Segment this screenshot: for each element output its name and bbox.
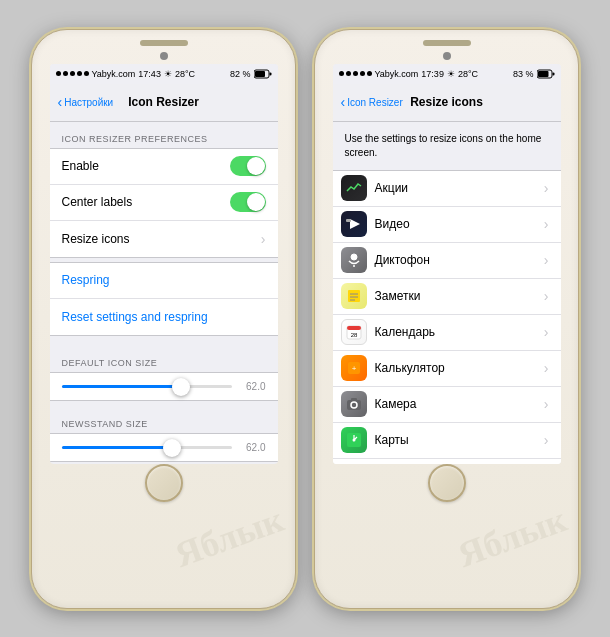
svg-marker-6 [350,219,360,229]
icon-stocks [341,175,367,201]
home-button-right[interactable] [428,464,466,502]
signal-dots-left [56,71,89,76]
newsstand-size-track[interactable] [62,446,232,449]
battery-icon-right [537,69,555,79]
list-item-video[interactable]: Видео › [333,207,561,243]
back-button-right[interactable]: ‹ Icon Resizer [341,94,403,110]
enable-label: Enable [62,159,99,173]
svg-text:+: + [351,364,356,373]
carrier-left: Yabyk.com [92,69,136,79]
chevron-stocks: › [544,180,549,196]
default-icon-size-slider-row: 62.0 [50,372,278,401]
list-item-calendar[interactable]: 28 Календарь › [333,315,561,351]
default-icon-size-thumb[interactable] [172,378,190,396]
resize-icons-row[interactable]: Resize icons › [50,221,278,257]
app-stocks-label: Акции [375,181,536,195]
links-section: Respring Reset settings and respring [50,258,278,340]
list-item-voice[interactable]: Диктофон › [333,243,561,279]
svg-rect-1 [269,72,271,75]
enable-toggle[interactable] [230,156,266,176]
chevron-notes: › [544,288,549,304]
icon-video [341,211,367,237]
newsstand-size-thumb[interactable] [163,439,181,457]
list-item-calc[interactable]: + Калькулятор › [333,351,561,387]
dot3 [70,71,75,76]
default-icon-size-track[interactable] [62,385,232,388]
time-left: 17:43 [138,69,161,79]
status-bar-left: Yabyk.com 17:43 ☀ 28°C 82 % [50,64,278,84]
carrier-right: Yabyk.com [375,69,419,79]
center-labels-label: Center labels [62,195,133,209]
nav-bar-right: ‹ Icon Resizer Resize icons [333,84,561,122]
time-right: 17:39 [421,69,444,79]
home-button-left[interactable] [145,464,183,502]
list-item-compass[interactable]: Компас › [333,459,561,464]
status-left-left: Yabyk.com 17:43 ☀ 28°C [56,69,196,79]
app-voice-label: Диктофон [375,253,536,267]
temp-left: 28°C [175,69,195,79]
list-item-notes[interactable]: Заметки › [333,279,561,315]
respring-link[interactable]: Respring [62,273,110,287]
rdot5 [367,71,372,76]
nav-bar-left: ‹ Настройки Icon Resizer [50,84,278,122]
links-group: Respring Reset settings and respring [50,262,278,336]
phone-bottom-left [145,464,183,512]
reset-link[interactable]: Reset settings and respring [62,310,208,324]
phone-top-right [315,30,578,64]
battery-left: 82 % [230,69,251,79]
icon-maps [341,427,367,453]
app-video-label: Видео [375,217,536,231]
battery-icon-left [254,69,272,79]
app-calc-label: Калькулятор [375,361,536,375]
speaker-right [423,40,471,46]
nav-title-right: Resize icons [410,95,483,109]
center-labels-toggle[interactable] [230,192,266,212]
icon-voice [341,247,367,273]
default-icon-size-header: DEFAULT ICON SIZE [50,346,278,372]
status-left-right: Yabyk.com 17:39 ☀ 28°C [339,69,479,79]
reset-row[interactable]: Reset settings and respring [50,299,278,335]
enable-row[interactable]: Enable [50,149,278,185]
dot5 [84,71,89,76]
section-header-1: ICON RESIZER PREFERENCES [50,122,278,148]
list-item-maps[interactable]: Карты › [333,423,561,459]
default-icon-size-fill [62,385,181,388]
camera-right [443,52,451,60]
watermark-right: Яблык [452,498,572,576]
chevron-back-left: ‹ [58,94,63,110]
newsstand-size-value: 62.0 [238,442,266,453]
info-text: Use the settings to resize icons on the … [333,122,561,170]
back-button-left[interactable]: ‹ Настройки [58,94,114,110]
back-label-right[interactable]: Icon Resizer [347,97,403,108]
weather-left: ☀ [164,69,172,79]
resize-icons-chevron: › [261,231,266,247]
svg-point-8 [351,254,357,260]
icon-camera [341,391,367,417]
chevron-voice: › [544,252,549,268]
enable-toggle-knob [247,157,265,175]
app-maps-label: Карты [375,433,536,447]
center-labels-toggle-knob [247,193,265,211]
respring-row[interactable]: Respring [50,263,278,299]
chevron-back-right: ‹ [341,94,346,110]
chevron-camera: › [544,396,549,412]
default-icon-size-section: DEFAULT ICON SIZE 62.0 [50,346,278,401]
rdot4 [360,71,365,76]
speaker-left [140,40,188,46]
phone-right: Yabyk.com 17:39 ☀ 28°C 83 % ‹ Icon Resiz… [314,29,579,609]
center-labels-row[interactable]: Center labels [50,185,278,221]
dot2 [63,71,68,76]
newsstand-size-header: NEWSSTAND SIZE [50,407,278,433]
svg-rect-15 [347,326,361,330]
list-item-stocks[interactable]: Акции › [333,171,561,207]
resize-icons-label: Resize icons [62,232,130,246]
app-camera-label: Камера [375,397,536,411]
list-item-camera[interactable]: Камера › [333,387,561,423]
temp-right: 28°C [458,69,478,79]
content-left: ICON RESIZER PREFERENCES Enable Center l… [50,122,278,462]
phone-left: Yabyk.com 17:43 ☀ 28°C 82 % ‹ Настройки … [31,29,296,609]
icon-calendar: 28 [341,319,367,345]
screen-left: Yabyk.com 17:43 ☀ 28°C 82 % ‹ Настройки … [50,64,278,464]
back-label-left[interactable]: Настройки [64,97,113,108]
camera-left [160,52,168,60]
